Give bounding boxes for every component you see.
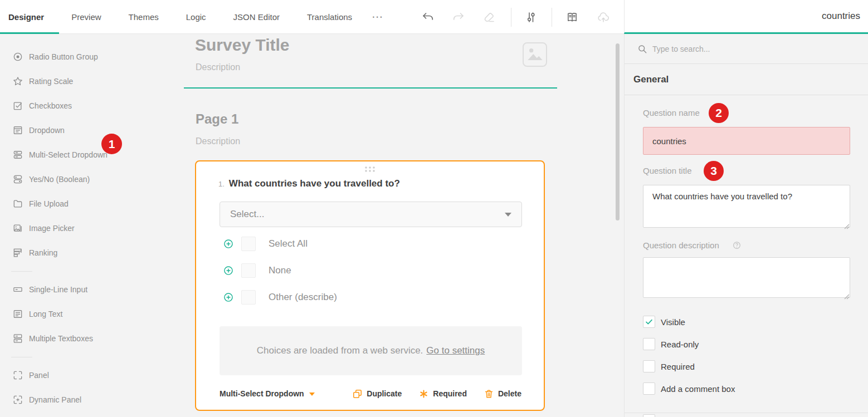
checkbox-add-comment-box[interactable]: Add a comment box: [643, 382, 735, 395]
checkbox-read-only[interactable]: Read-only: [643, 338, 699, 350]
toolbox-item-boolean[interactable]: Yes/No (Boolean): [0, 167, 184, 192]
checkmark-icon: [645, 317, 654, 326]
question-name-field[interactable]: [643, 127, 850, 155]
toolbox-item-label: Radio Button Group: [29, 52, 98, 61]
undo-icon[interactable]: [421, 11, 435, 24]
asterisk-icon: [418, 389, 429, 399]
chevron-down-icon: [505, 213, 511, 217]
toolbox-item-ranking[interactable]: Ranking: [0, 241, 184, 265]
radio-button-group-icon: [12, 51, 23, 62]
view-tabs: Designer Preview Themes Logic JSON Edito…: [8, 12, 352, 22]
folder-icon: [12, 198, 23, 209]
question-title-field[interactable]: What countries have you travelled to?: [643, 185, 850, 228]
step-badge-3: 3: [704, 161, 724, 181]
checkbox-visible[interactable]: Visible: [643, 316, 685, 328]
tab-translations[interactable]: Translations: [307, 12, 352, 22]
checkbox-label: Required: [661, 362, 695, 371]
selected-question-name: countries: [822, 0, 860, 32]
toolbox-item-label: Dynamic Panel: [29, 395, 81, 404]
drag-handle-icon[interactable]: [363, 165, 377, 173]
choice-row-other: Other (describe): [223, 289, 337, 306]
checkbox-box[interactable]: [643, 414, 655, 417]
tab-preview[interactable]: Preview: [71, 12, 101, 22]
toggle-boolean-icon: [12, 174, 23, 185]
web-service-info-box: Choices are loaded from a web service. G…: [220, 326, 522, 375]
toolbox-item-label: Multiple Textboxes: [29, 334, 93, 343]
panel-brackets-icon: [12, 370, 23, 381]
settings-sliders-icon[interactable]: [524, 11, 538, 24]
survey-creator-app: Designer Preview Themes Logic JSON Edito…: [0, 0, 868, 417]
add-choice-icon[interactable]: [223, 265, 234, 276]
required-button[interactable]: Required: [418, 389, 467, 399]
more-tabs-icon[interactable]: ⋯: [372, 10, 384, 23]
step-badge-1: 1: [101, 134, 122, 154]
toolbox-item-image-picker[interactable]: Image Picker: [0, 216, 184, 241]
choice-checkbox[interactable]: [241, 290, 256, 305]
toolbox-item-panel[interactable]: Panel: [0, 363, 184, 387]
choice-checkbox[interactable]: [241, 263, 256, 278]
multi-select-dropdown-icon: [12, 149, 23, 160]
choice-label[interactable]: None: [269, 265, 291, 276]
trash-icon: [484, 389, 494, 399]
toolbox-group-divider: [0, 265, 184, 277]
checkbox-partial[interactable]: [643, 414, 655, 417]
add-choice-icon[interactable]: [223, 238, 234, 249]
add-choice-icon[interactable]: [223, 292, 234, 303]
multiple-textboxes-icon: [12, 333, 23, 344]
choice-label[interactable]: Select All: [269, 238, 308, 249]
tab-themes[interactable]: Themes: [129, 12, 159, 22]
page-description[interactable]: Description: [196, 136, 240, 146]
survey-title[interactable]: Survey Title: [195, 36, 290, 55]
section-general[interactable]: General: [625, 64, 868, 95]
toolbox-item-label: Ranking: [29, 248, 57, 257]
tab-logic[interactable]: Logic: [186, 12, 206, 22]
image-placeholder-icon: [524, 43, 546, 66]
toolbox-item-checkboxes[interactable]: Checkboxes: [0, 94, 184, 118]
survey-logo-placeholder[interactable]: [523, 42, 547, 67]
select-placeholder: Select...: [230, 209, 264, 220]
question-select-dropdown[interactable]: Select...: [220, 202, 522, 227]
choice-checkbox[interactable]: [241, 237, 256, 251]
question-type-selector[interactable]: Multi-Select Dropdown: [220, 389, 315, 398]
toolbox-item-label: Image Picker: [29, 224, 75, 233]
choice-label[interactable]: Other (describe): [269, 292, 337, 303]
toolbox-item-label: Single-Line Input: [29, 285, 87, 294]
choice-row-none: None: [223, 262, 291, 279]
checkbox-box[interactable]: [643, 382, 655, 395]
preview-book-icon[interactable]: [565, 11, 579, 24]
help-icon[interactable]: [732, 241, 742, 250]
checkbox-label: Add a comment box: [661, 384, 735, 394]
toolbox-item-multi-select-dropdown[interactable]: Multi-Select Dropdown: [0, 143, 184, 167]
page-title[interactable]: Page 1: [196, 111, 238, 127]
survey-description[interactable]: Description: [196, 62, 240, 72]
required-label: Required: [433, 389, 467, 398]
go-to-settings-link[interactable]: Go to settings: [426, 345, 485, 356]
search-input[interactable]: [652, 34, 859, 63]
web-service-info-text: Choices are loaded from a web service.: [257, 345, 423, 356]
toolbox-item-file-upload[interactable]: File Upload: [0, 192, 184, 216]
duplicate-button[interactable]: Duplicate: [352, 389, 402, 399]
canvas-scrollbar[interactable]: [616, 43, 620, 220]
tab-json-editor[interactable]: JSON Editor: [233, 12, 280, 22]
toolbox-item-single-line-input[interactable]: Single-Line Input: [0, 277, 184, 302]
toolbox-item-multiple-textboxes[interactable]: Multiple Textboxes: [0, 326, 184, 351]
toolbox-item-rating-scale[interactable]: Rating Scale: [0, 69, 184, 94]
question-card[interactable]: 1. What countries have you travelled to?…: [195, 160, 545, 411]
tab-designer[interactable]: Designer: [8, 12, 44, 22]
checkbox-icon: [12, 100, 23, 111]
step-badge-2: 2: [709, 103, 729, 123]
checkbox-box[interactable]: [643, 360, 655, 372]
question-description-field[interactable]: [643, 257, 850, 298]
choice-row-select-all: Select All: [223, 236, 308, 252]
checkbox-required[interactable]: Required: [643, 360, 695, 372]
checkbox-box[interactable]: [643, 316, 655, 328]
question-number: 1.: [218, 180, 225, 189]
toolbox-item-dropdown[interactable]: Dropdown: [0, 118, 184, 143]
question-title[interactable]: What countries have you travelled to?: [229, 178, 400, 189]
delete-button[interactable]: Delete: [484, 389, 521, 399]
duplicate-icon: [352, 389, 363, 399]
toolbox-item-dynamic-panel[interactable]: Dynamic Panel: [0, 387, 184, 412]
toolbox-item-radio-button-group[interactable]: Radio Button Group: [0, 45, 184, 69]
toolbox-item-long-text[interactable]: Long Text: [0, 302, 184, 326]
checkbox-box[interactable]: [643, 338, 655, 350]
